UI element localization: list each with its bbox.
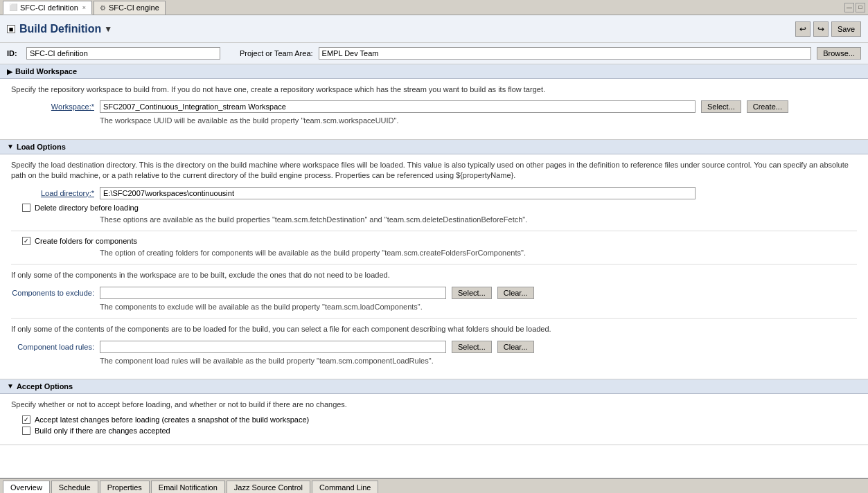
workspace-desc: Specify the repository workspace to buil… <box>11 84 857 95</box>
tab-properties[interactable]: Properties <box>100 481 150 493</box>
build-workspace-section: ▶ Build Workspace Specify the repository… <box>0 64 868 140</box>
tab-schedule-label: Schedule <box>59 483 91 492</box>
accept-options-toggle[interactable]: ▼ <box>7 382 14 390</box>
accept-options-header: ▼ Accept Options <box>0 379 868 394</box>
component-load-rules-label: Component load rules: <box>11 343 94 351</box>
load-dir-row: Load directory:* <box>11 187 857 199</box>
components-clear-button[interactable]: Clear... <box>497 287 534 299</box>
top-tab-bar: ⬜ SFC-CI definition × ⚙ SFC-CI engine — … <box>0 0 868 15</box>
save-button[interactable]: Save <box>831 21 861 37</box>
tab-sfc-ci-definition[interactable]: ⬜ SFC-CI definition × <box>3 1 92 15</box>
dropdown-arrow[interactable]: ▼ <box>104 24 112 34</box>
load-options-header: ▼ Load Options <box>0 140 868 154</box>
tab1-label: SFC-CI definition <box>20 3 78 12</box>
load-dir-label: Load directory:* <box>11 189 94 197</box>
accept-options-title: Accept Options <box>17 382 73 391</box>
component-load-rules-hint: The component load rules will be availab… <box>100 356 857 366</box>
tab-email-notification-label: Email Notification <box>159 483 218 492</box>
tab-command-line[interactable]: Command Line <box>312 481 379 493</box>
id-row: ID: Project or Team Area: Browse... <box>0 43 868 64</box>
tab-email-notification[interactable]: Email Notification <box>151 481 225 493</box>
maximize-button[interactable]: □ <box>856 3 865 12</box>
load-rules-clear-button[interactable]: Clear... <box>497 341 534 353</box>
content-scroll[interactable]: ▶ Build Workspace Specify the repository… <box>0 64 868 478</box>
workspace-row: Workspace:* Select... Create... <box>11 100 857 113</box>
exclude-desc: If only some of the components in the wo… <box>11 270 857 280</box>
tab-sfc-ci-engine[interactable]: ⚙ SFC-CI engine <box>94 1 166 15</box>
main-container: ■ Build Definition ▼ ↩ ↪ Save ID: Projec… <box>0 15 868 493</box>
accept-latest-label: Accept latest changes before loading (cr… <box>35 415 309 424</box>
header-checkbox[interactable]: ■ <box>7 25 15 33</box>
delete-dir-checkbox[interactable] <box>22 204 30 212</box>
tab-overview[interactable]: Overview <box>3 481 50 493</box>
accept-options-body: Specify whether or not to accept before … <box>0 394 868 445</box>
workspace-hint: The workspace UUID will be available as … <box>100 116 857 126</box>
tab1-close[interactable]: × <box>82 4 86 11</box>
project-input[interactable] <box>319 47 812 60</box>
create-folders-label: Create folders for components <box>35 237 137 245</box>
component-load-rules-row: Component load rules: Select... Clear... <box>11 341 857 353</box>
tab-jazz-source-control-label: Jazz Source Control <box>234 483 303 492</box>
tab-overview-label: Overview <box>10 483 42 492</box>
header-actions: ↩ ↪ Save <box>795 21 861 37</box>
divider1 <box>11 231 857 231</box>
build-only-row: Build only if there are changes accepted <box>22 427 857 435</box>
workspace-input[interactable] <box>100 100 696 113</box>
tab-schedule[interactable]: Schedule <box>51 481 98 493</box>
action-btn-1[interactable]: ↩ <box>795 21 811 37</box>
components-exclude-hint: The components to exclude will be availa… <box>100 302 857 312</box>
load-options-toggle[interactable]: ▼ <box>7 143 14 150</box>
workspace-create-button[interactable]: Create... <box>747 100 788 113</box>
bottom-tab-bar: Overview Schedule Properties Email Notif… <box>0 478 868 493</box>
create-folders-row: ✓ Create folders for components <box>22 237 857 245</box>
tab2-label: SFC-CI engine <box>109 3 159 12</box>
accept-latest-row: ✓ Accept latest changes before loading (… <box>22 415 857 424</box>
minimize-button[interactable]: — <box>844 3 854 12</box>
tab-properties-label: Properties <box>107 483 142 492</box>
components-exclude-row: Components to exclude: Select... Clear..… <box>11 287 857 299</box>
window-controls: — □ <box>844 3 865 12</box>
definition-icon: ⬜ <box>9 3 17 11</box>
accept-options-section: ▼ Accept Options Specify whether or not … <box>0 379 868 445</box>
load-rules-desc: If only some of the contents of the comp… <box>11 324 857 334</box>
delete-dir-label: Delete directory before loading <box>35 204 139 212</box>
divider2 <box>11 264 857 265</box>
accept-options-desc: Specify whether or not to accept before … <box>11 400 857 410</box>
create-folders-checkbox[interactable]: ✓ <box>22 237 30 245</box>
tab-command-line-label: Command Line <box>319 483 371 492</box>
engine-icon: ⚙ <box>100 4 106 12</box>
workspace-toggle[interactable]: ▶ <box>7 68 12 75</box>
load-options-desc: Specify the load destination directory. … <box>11 160 857 181</box>
load-options-body: Specify the load destination directory. … <box>0 154 868 379</box>
components-exclude-input[interactable] <box>100 287 446 299</box>
divider3 <box>11 318 857 319</box>
load-options-title: Load Options <box>17 143 66 151</box>
header-bar: ■ Build Definition ▼ ↩ ↪ Save <box>0 15 868 43</box>
create-folders-hint: The option of creating folders for compo… <box>100 248 857 258</box>
action-btn-2[interactable]: ↪ <box>813 21 829 37</box>
delete-hint: These options are available as the build… <box>100 215 857 225</box>
browse-button[interactable]: Browse... <box>817 47 861 60</box>
delete-dir-row: Delete directory before loading <box>22 204 857 212</box>
load-options-section: ▼ Load Options Specify the load destinat… <box>0 140 868 379</box>
id-input[interactable] <box>26 47 220 60</box>
component-load-rules-input[interactable] <box>100 341 446 353</box>
checkbox-mark: ■ <box>9 25 14 33</box>
project-label: Project or Team Area: <box>240 49 313 57</box>
id-label: ID: <box>7 49 21 57</box>
page-title: Build Definition <box>19 23 101 35</box>
components-select-button[interactable]: Select... <box>452 287 492 299</box>
build-only-checkbox[interactable] <box>22 427 30 435</box>
components-exclude-label: Components to exclude: <box>11 289 94 297</box>
accept-latest-checkbox[interactable]: ✓ <box>22 415 30 424</box>
workspace-select-button[interactable]: Select... <box>701 100 741 113</box>
workspace-section-title: Build Workspace <box>15 67 77 75</box>
load-rules-select-button[interactable]: Select... <box>452 341 492 353</box>
workspace-section-body: Specify the repository workspace to buil… <box>0 79 868 139</box>
tab-jazz-source-control[interactable]: Jazz Source Control <box>227 481 310 493</box>
load-dir-input[interactable] <box>100 187 696 199</box>
workspace-label: Workspace:* <box>11 102 94 111</box>
build-only-label: Build only if there are changes accepted <box>35 427 170 435</box>
build-workspace-header: ▶ Build Workspace <box>0 64 868 79</box>
